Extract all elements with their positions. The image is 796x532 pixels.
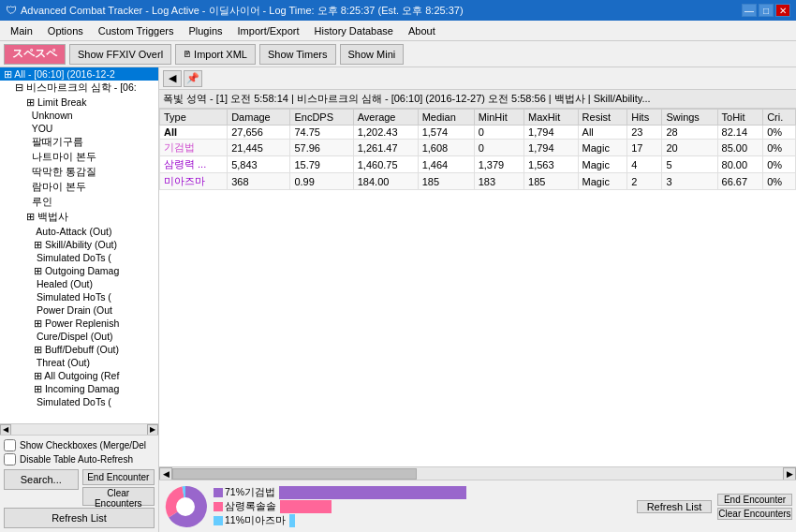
tree-item[interactable]: Threat (Out) [0,356,158,369]
tree-item[interactable]: 나트마이 본두 [0,150,158,165]
minimize-button[interactable]: — [742,4,757,17]
tree-simulated-hots[interactable]: Simulated HoTs ( [0,290,158,303]
col-crit[interactable]: Cri. [763,110,796,126]
cell-median: 1,608 [418,140,474,156]
cell-crit: 0% [763,156,796,173]
data-table-container[interactable]: Type Damage EncDPS Average Median MinHit… [159,109,796,466]
tree-item[interactable]: YOU [0,122,158,135]
xml-icon: 🖹 [184,50,192,59]
col-hits[interactable]: Hits [627,110,662,126]
action-buttons: Refresh List [637,500,712,513]
table-row[interactable]: 기검법21,44557.961,261.471,60801,794Magic17… [160,140,796,156]
menu-history-database[interactable]: History Database [308,22,400,39]
menu-options[interactable]: Options [41,22,90,39]
col-encdps[interactable]: EncDPS [290,110,353,126]
cell-encdps: 74.75 [290,126,353,140]
cell-resist: All [578,126,627,140]
tree-item[interactable]: ⊞ Incoming Damag [0,382,158,395]
scroll-left-btn[interactable]: ◀ [0,424,11,436]
tree-item[interactable]: ⊟ 비스마르크의 심학 - [06: [0,81,158,96]
refresh-list-button[interactable]: Refresh List [4,508,155,528]
col-damage[interactable]: Damage [228,110,290,126]
col-type[interactable]: Type [160,110,228,126]
cell-hits: 17 [627,140,662,156]
btn-row: Search... End Encounter Clear Encounters [4,469,155,506]
tree-item[interactable]: 람마이 본두 [0,180,158,195]
end-encounter-btn-bottom[interactable]: End Encounter [717,494,792,506]
show-checkboxes-checkbox[interactable] [4,439,16,451]
back-button[interactable]: ◀ [163,70,182,87]
tree-item[interactable]: Unknown [0,109,158,122]
show-checkboxes-label: Show Checkboxes (Merge/Del [20,440,146,451]
tree-item[interactable]: ⊞ Power Replenish [0,317,158,330]
col-average[interactable]: Average [353,110,418,126]
tree-item[interactable]: ⊞ Skill/Ability (Out) [0,238,158,251]
tree-item[interactable]: 팔때기구름 [0,135,158,150]
col-swings[interactable]: Swings [662,110,717,126]
tree-simulated-dots-2[interactable]: Simulated DoTs ( [0,395,158,408]
import-xml-button[interactable]: 🖹 Import XML [175,44,256,65]
table-row[interactable]: 미아즈마3680.99184.00185183185Magic2366.670% [160,173,796,190]
accent-button[interactable]: スペスペ [4,44,66,65]
col-maxhit[interactable]: MaxHit [524,110,579,126]
legend-color-1 [214,488,223,497]
menu-main[interactable]: Main [4,22,39,39]
menu-import-export[interactable]: Import/Export [231,22,306,39]
tree-item[interactable]: ⊞ Limit Break [0,96,158,109]
show-checkboxes-row: Show Checkboxes (Merge/Del [4,439,155,451]
cell-swings: 20 [662,140,717,156]
tree-item[interactable]: Auto-Attack (Out) [0,225,158,238]
tree-item[interactable]: Cure/Dispel (Out) [0,330,158,343]
tree-item[interactable]: ⊞ Outgoing Damag [0,264,158,277]
clear-encounters-button[interactable]: Clear Encounters [82,487,155,506]
scroll-thumb[interactable] [172,468,417,480]
tree-item[interactable]: Healed (Out) [0,277,158,290]
cell-hits: 4 [627,156,662,173]
legend-color-2 [214,502,223,511]
scroll-right[interactable]: ▶ [783,467,796,480]
horizontal-scrollbar[interactable]: ◀ ▶ [159,466,796,480]
menu-plugins[interactable]: Plugins [182,22,228,39]
show-mini-button[interactable]: Show Mini [340,44,405,65]
scroll-left[interactable]: ◀ [159,467,172,480]
data-table: Type Damage EncDPS Average Median MinHit… [159,109,796,190]
legend-label-2: 삼령록솔솔 [225,500,276,513]
cell-tohit: 66.67 [717,173,763,190]
cell-minhit: 0 [474,140,523,156]
breadcrumb: 폭빛 성역 - [1] 오전 5:58:14 | 비스마르크의 심해 - [06… [159,90,796,109]
close-button[interactable]: ✕ [775,4,790,17]
end-encounter-button[interactable]: End Encounter [82,469,155,485]
cell-damage: 368 [228,173,290,190]
encounter-buttons: End Encounter Clear Encounters [717,494,792,520]
bottom-controls: Show Checkboxes (Merge/Del Disable Table… [0,435,158,532]
tree-item[interactable]: 딱막한 통감질 [0,165,158,180]
col-minhit[interactable]: MinHit [474,110,523,126]
menu-about[interactable]: About [402,22,442,39]
disable-refresh-checkbox[interactable] [4,453,16,466]
clear-encounters-btn-bottom[interactable]: Clear Encounters [717,508,792,520]
scroll-right-btn[interactable]: ▶ [147,424,158,436]
cell-minhit: 183 [474,173,523,190]
menu-custom-triggers[interactable]: Custom Triggers [92,22,181,39]
tree-item[interactable]: Power Drain (Out [0,303,158,317]
tree-item[interactable]: ⊞ All - [06:10] (2016-12-2 [0,67,158,81]
col-tohit[interactable]: ToHit [717,110,763,126]
scroll-track[interactable] [172,467,783,480]
tree-item[interactable]: 루인 [0,195,158,210]
table-row[interactable]: All27,65674.751,202.431,57401,794All2328… [160,126,796,140]
pin-button[interactable]: 📌 [184,70,202,87]
table-row[interactable]: 삼령력 ...5,84315.791,460.751,4641,3791,563… [160,156,796,173]
refresh-list-btn-bottom[interactable]: Refresh List [637,500,712,513]
ffxiv-overlay-button[interactable]: Show FFXIV Overl [69,44,171,65]
tree-item[interactable]: ⊞ 백법사 [0,210,158,225]
tree-item[interactable]: ⊞ All Outgoing (Ref [0,369,158,382]
tree-item[interactable]: ⊞ Buff/Debuff (Out) [0,343,158,356]
col-resist[interactable]: Resist [578,110,627,126]
cell-average: 184.00 [353,173,418,190]
show-timers-button[interactable]: Show Timers [259,44,336,65]
maximize-button[interactable]: □ [759,4,774,17]
col-median[interactable]: Median [418,110,474,126]
tree-simulated-dots-1[interactable]: Simulated DoTs ( [0,251,158,264]
cell-median: 1,464 [418,156,474,173]
search-button[interactable]: Search... [4,469,79,490]
